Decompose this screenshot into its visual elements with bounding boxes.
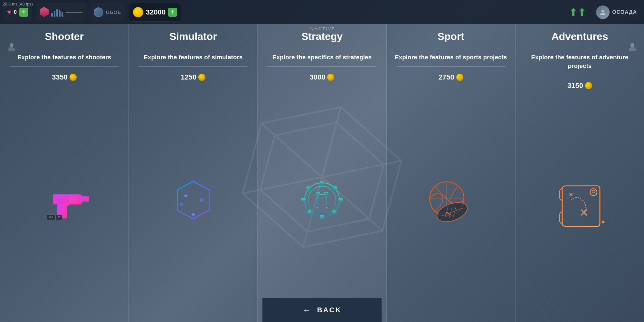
svg-point-62 [590,189,597,196]
sport-desc: Explore the features of sports projects [388,53,513,62]
simulator-cost: 1250 [181,73,205,81]
adventures-divider2 [525,75,634,75]
svg-point-29 [185,195,187,197]
top-right-group: ⬆⬆ ОСОАДА [566,3,641,22]
cube-icon [164,173,222,231]
adventures-title: Adventures [551,31,608,43]
heart-icon: ♥ [7,8,11,16]
shield-section: ———— [36,3,86,22]
chess-gear-icon [293,173,351,231]
svg-rect-34 [320,181,324,185]
strategy-title: Strategy [301,31,343,43]
svg-point-27 [180,204,183,206]
columns-container: Shooter Explore the features of shooters… [0,24,644,322]
svg-point-30 [201,199,203,201]
adventures-desc: Explore the features of adventure projec… [516,53,644,70]
simulator-column[interactable]: Simulator Explore the features of simula… [129,24,258,322]
bars-icon [51,8,63,17]
svg-rect-36 [301,198,306,202]
simulator-divider2 [138,66,248,67]
person-icon-right [627,42,638,54]
orb-section: ОБОБ [90,3,125,22]
sport-cost-coin [456,74,463,81]
svg-text:2: 2 [58,216,60,219]
orb-label: ОБОБ [106,10,121,15]
inactive-label: INACTIVE [308,26,336,31]
sport-title: Sport [437,31,464,43]
svg-point-31 [192,214,194,215]
back-label: BACK [317,306,342,314]
sport-cost: 2750 [439,73,463,81]
currency-section: 32000 + [129,3,181,22]
adv-cost-coin [585,82,592,89]
sport-divider [396,48,506,48]
user-section: ОСОАДА [592,3,641,22]
shooter-divider [10,48,119,48]
back-button[interactable]: ← BACK [262,298,382,322]
sport-column[interactable]: Sport Explore the features of sports pro… [387,24,516,322]
svg-marker-66 [602,221,605,223]
username-label: ОСОАДА [612,9,637,15]
strategy-icon-area [293,81,351,322]
currency-amount: 32000 [146,8,166,16]
adventures-icon-area [551,90,609,322]
shooter-icon-area: 3|1 2 [35,81,93,322]
simulator-title: Simulator [169,31,217,43]
avatar [596,5,610,19]
shield-icon [40,7,49,17]
svg-point-59 [630,43,634,47]
coin-icon [133,7,143,17]
sim-cost-coin [198,74,205,81]
strategy-cost: 3000 [310,73,335,81]
back-arrow-icon: ← [303,305,312,315]
gun-icon: 3|1 2 [35,173,93,231]
shooter-cost: 3350 [52,73,77,81]
shooter-divider2 [10,66,119,67]
sport-icon-area [422,81,480,322]
simulator-desc: Explore the features of simulators [137,53,249,62]
svg-rect-7 [53,194,82,205]
svg-rect-8 [80,196,89,202]
simulator-icon-area [164,81,222,322]
add-currency-button[interactable]: + [168,8,177,17]
shooter-column[interactable]: Shooter Explore the features of shooters… [0,24,129,322]
adventures-column[interactable]: Adventures Explore the features of adven… [516,24,644,322]
strategy-desc: Explore the specifics of strategies [266,53,378,62]
simulator-divider [138,48,248,48]
top-bar: ♥ 0 + ———— ОБОБ 32000 + ⬆⬆ [0,0,644,24]
health-count: 0 [14,9,17,15]
strat-cost-coin [327,74,334,81]
cost-coin-icon [70,74,77,81]
person-icon [6,42,17,54]
sports-icon [422,173,480,231]
svg-rect-37 [338,198,343,202]
svg-text:3|1: 3|1 [49,216,53,219]
svg-point-6 [10,43,14,47]
shooter-title: Shooter [45,31,84,43]
svg-rect-35 [320,215,324,220]
svg-point-63 [592,190,595,193]
add-health-button[interactable]: + [19,8,28,17]
strategy-divider [267,48,376,48]
sport-divider2 [396,66,506,67]
fps-counter: 20,8 ms (48 fps) [3,2,33,6]
orb-icon [94,7,103,17]
strategy-divider2 [267,66,376,67]
adventures-cost: 3150 [567,81,592,90]
svg-rect-43 [318,194,326,208]
map-icon [551,177,609,235]
shooter-desc: Explore the features of shooters [11,53,118,62]
adventures-divider [525,48,634,48]
arrows-up-icon: ⬆⬆ [569,6,586,18]
strategy-column[interactable]: Strategy Explore the specifics of strate… [258,24,386,322]
svg-point-0 [601,10,604,12]
